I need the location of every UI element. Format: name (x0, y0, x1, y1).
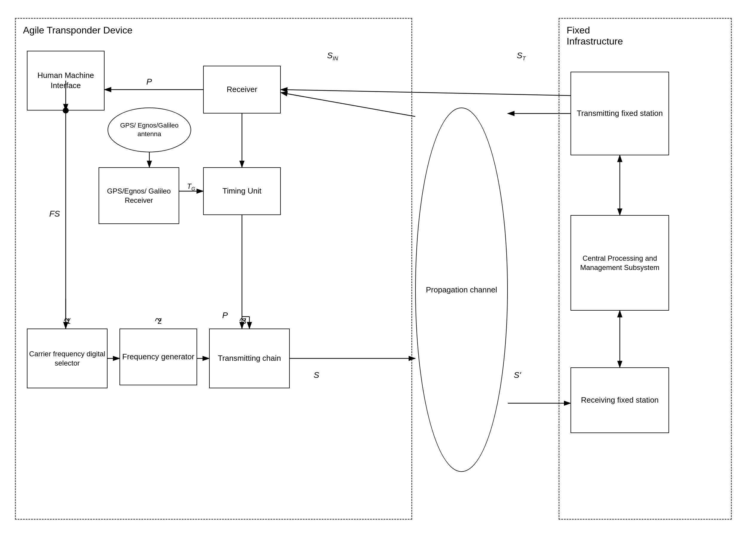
hmi-block: Human Machine Interface (27, 51, 105, 111)
right-section-title: Fixed Infrastructure (567, 25, 623, 47)
label-p1: P (146, 77, 152, 87)
label-tg: TG (187, 182, 195, 192)
label-fs: FS (49, 209, 60, 219)
label-st: ST (517, 51, 526, 62)
transmitting-chain-block: Transmitting chain (209, 329, 290, 388)
break-symbol-1 (63, 315, 72, 324)
freq-generator-block: Frequency generator (119, 329, 197, 385)
label-sin: SIN (327, 51, 338, 62)
label-s: S (314, 370, 319, 380)
receiving-station-block: Receiving fixed station (571, 367, 669, 433)
gps-antenna-block: GPS/ Egnos/Galileo antenna (108, 108, 191, 152)
break-symbol-2 (154, 315, 163, 324)
gps-receiver-block: GPS/Egnos/ Galileo Receiver (99, 167, 179, 224)
label-p2: P (222, 311, 228, 320)
transmitting-station-block: Transmitting fixed station (571, 72, 669, 155)
left-section-title: Agile Transponder Device (23, 25, 132, 36)
timing-unit-block: Timing Unit (203, 167, 281, 215)
carrier-selector-block: Carrier frequency digital selector (27, 329, 108, 388)
propagation-channel-block: Propagation channel (415, 108, 508, 472)
break-symbol-3 (238, 315, 247, 324)
cpms-block: Central Processing and Management Subsys… (571, 215, 669, 311)
label-sprime: S' (514, 370, 521, 380)
receiver-block: Receiver (203, 66, 281, 113)
